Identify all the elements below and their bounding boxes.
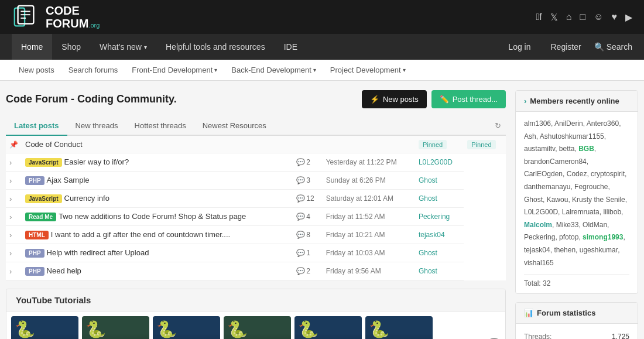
youtube-thumbnail[interactable]: 🐍 HON TUTOR OR ABSOLUTE BEGINNER IF STAT… bbox=[365, 316, 433, 339]
nav-item-whats-new[interactable]: What's new ▾ bbox=[90, 34, 156, 60]
register-button[interactable]: Register bbox=[544, 39, 588, 55]
member-link[interactable]: danthemanayu bbox=[524, 183, 570, 191]
member-link[interactable]: Mike33 bbox=[556, 221, 579, 229]
member-link[interactable]: CarlEOgden bbox=[524, 170, 563, 178]
youtube-thumbnail[interactable]: 🐍 HON TUTOR OR ABSOLUTE BEGINNER ERROR H… bbox=[294, 316, 362, 339]
github-icon[interactable]: ♥ bbox=[612, 12, 618, 22]
member-link[interactable]: vishal165 bbox=[524, 259, 554, 267]
post-user[interactable]: Ghost bbox=[415, 172, 464, 190]
post-user[interactable]: tejask04 bbox=[415, 226, 464, 244]
thread-title[interactable]: Easier way to if/or? bbox=[64, 157, 129, 166]
instagram-icon[interactable]: □ bbox=[580, 12, 585, 22]
login-button[interactable]: Log in bbox=[501, 39, 537, 55]
new-posts-button[interactable]: ⚡ New posts bbox=[362, 90, 427, 108]
member-link[interactable]: ugeshkumar bbox=[580, 246, 618, 254]
member-link[interactable]: pfotop bbox=[559, 233, 578, 241]
thread-title[interactable]: I want to add a gif after the end of cou… bbox=[51, 230, 230, 239]
member-link[interactable]: AnilDerin bbox=[554, 119, 583, 128]
members-online-title: Members recently online bbox=[530, 97, 619, 105]
sub-nav-frontend[interactable]: Front-End Development ▾ bbox=[125, 60, 224, 81]
member-link[interactable]: Ash bbox=[524, 132, 536, 141]
member-link[interactable]: Fegrouche bbox=[574, 183, 608, 191]
nav-item-home[interactable]: Home bbox=[12, 34, 52, 60]
reddit-icon[interactable]: ☺ bbox=[594, 12, 603, 22]
post-thread-button[interactable]: ✏️ Post thread... bbox=[431, 90, 506, 108]
thread-title[interactable]: Code of Conduct bbox=[25, 140, 83, 149]
member-link[interactable]: alm1306 bbox=[524, 119, 551, 128]
member-link[interactable]: Krusty the Senile bbox=[572, 196, 625, 204]
expand-icon[interactable]: › bbox=[9, 158, 12, 167]
sub-nav-new-posts[interactable]: New posts bbox=[12, 60, 61, 81]
expand-icon[interactable]: › bbox=[9, 267, 12, 276]
member-link[interactable]: cryptospirit bbox=[591, 170, 625, 178]
youtube-thumbnail[interactable]: 🐍 HON TUTOR OR ABSOLUTE BEGINNER HE RETU… bbox=[11, 316, 78, 339]
table-row: › JavaScriptCurrency info 💬12 Saturday a… bbox=[6, 190, 506, 208]
members-online-body: alm1306, AnilDerin, Antero360, Ash, Ashu… bbox=[516, 112, 638, 293]
sub-nav-search-forums[interactable]: Search forums bbox=[61, 60, 125, 81]
member-link[interactable]: L0L2G00D bbox=[524, 208, 558, 216]
member-link[interactable]: Lalremruata bbox=[562, 208, 600, 216]
post-date: Friday at 10:03 AM bbox=[323, 244, 415, 262]
search-nav[interactable]: 🔍 Search bbox=[594, 42, 632, 52]
logo-text: CODEFORUM.org bbox=[46, 4, 100, 30]
member-link[interactable]: Peckering bbox=[524, 233, 555, 241]
expand-icon[interactable]: › bbox=[9, 249, 12, 258]
table-row: › PHPAjax Sample 💬3 Sunday at 6:26 PM Gh… bbox=[6, 172, 506, 190]
tab-newest-resources[interactable]: Newest Resources bbox=[194, 117, 275, 136]
post-user[interactable]: Peckering bbox=[415, 208, 464, 226]
post-user[interactable]: L0L2G00D bbox=[415, 153, 464, 172]
member-link[interactable]: brandonCameron84 bbox=[524, 157, 587, 166]
nav-item-shop[interactable]: Shop bbox=[52, 34, 90, 60]
thread-title[interactable]: Currency info bbox=[64, 194, 109, 203]
facebook-icon[interactable]: f bbox=[536, 12, 542, 22]
top-nav: CODEFORUM.org f 𝕏 ⌂ □ ☺ ♥ ▶ bbox=[0, 0, 644, 34]
tab-latest-posts[interactable]: Latest posts bbox=[6, 117, 67, 136]
member-link[interactable]: Malcolm bbox=[524, 221, 552, 229]
arrow-icon: › bbox=[524, 97, 526, 105]
member-link[interactable]: austamiltv bbox=[524, 145, 555, 153]
post-user[interactable]: Ghost bbox=[415, 262, 464, 280]
expand-icon[interactable]: › bbox=[9, 176, 12, 185]
nav-item-tools[interactable]: Helpful tools and resources bbox=[156, 34, 275, 60]
member-link[interactable]: simong1993 bbox=[583, 233, 623, 241]
thread-title[interactable]: Need help bbox=[47, 266, 81, 275]
nav-item-ide[interactable]: IDE bbox=[275, 34, 307, 60]
member-link[interactable]: Ashutoshkumar1155 bbox=[540, 132, 604, 141]
rss-icon[interactable]: ▶ bbox=[625, 12, 632, 23]
youtube-thumbnail[interactable]: 🐍 MING LANGUAGE ▼ 2d arrays & nested loo… bbox=[224, 316, 291, 339]
thumbnail-overlay: HON TUTOR OR ABSOLUTE BEGINNER IF STATEM… bbox=[365, 316, 433, 339]
member-link[interactable]: Kawou bbox=[547, 196, 568, 204]
post-date: Yesterday at 11:22 PM bbox=[323, 153, 415, 172]
sub-nav-backend[interactable]: Back-End Development ▾ bbox=[224, 60, 323, 81]
expand-icon[interactable]: › bbox=[9, 231, 12, 239]
tab-new-threads[interactable]: New threads bbox=[67, 117, 126, 136]
twitter-icon[interactable]: 𝕏 bbox=[550, 12, 558, 23]
member-link[interactable]: Codez bbox=[567, 170, 587, 178]
post-user[interactable]: Ghost bbox=[415, 190, 464, 208]
refresh-icon[interactable]: ↻ bbox=[490, 117, 506, 135]
sub-nav-project[interactable]: Project Development ▾ bbox=[323, 60, 413, 81]
member-link[interactable]: BGB bbox=[578, 145, 594, 153]
tabs: Latest posts New threads Hottest threads… bbox=[6, 117, 506, 136]
youtube-thumbnail[interactable]: 🐍 MING LANGUAGE ▼ getters & setters bbox=[82, 316, 149, 339]
thread-title[interactable]: Help with redirect after Upload bbox=[47, 248, 149, 257]
tab-hottest-threads[interactable]: Hottest threads bbox=[126, 117, 194, 136]
member-link[interactable]: lilibob bbox=[603, 208, 621, 216]
lightning-icon: ⚡ bbox=[370, 95, 379, 104]
member-link[interactable]: Ghost bbox=[524, 196, 543, 204]
reply-icon: 💬 bbox=[296, 231, 305, 239]
thread-title[interactable]: Ajax Sample bbox=[47, 176, 90, 184]
tag-badge: JavaScript bbox=[25, 158, 62, 167]
member-link[interactable]: betta bbox=[559, 145, 575, 153]
discord-icon[interactable]: ⌂ bbox=[566, 12, 572, 22]
expand-icon[interactable]: › bbox=[9, 194, 12, 203]
youtube-thumbnail[interactable]: 🐍 HON TUTOR OR ABSOLUTE BEGINNER S & INS… bbox=[153, 316, 220, 339]
member-link[interactable]: Antero360 bbox=[587, 119, 619, 128]
thread-title[interactable]: Two new additions to Code Forum! Shop & … bbox=[59, 212, 246, 221]
expand-icon[interactable]: › bbox=[9, 213, 12, 221]
post-user[interactable]: Ghost bbox=[415, 244, 464, 262]
member-link[interactable]: tejask04 bbox=[524, 246, 550, 254]
member-link[interactable]: thehen bbox=[554, 246, 576, 254]
member-link[interactable]: OldMan bbox=[583, 221, 607, 229]
post-date: Friday at 10:21 AM bbox=[323, 226, 415, 244]
